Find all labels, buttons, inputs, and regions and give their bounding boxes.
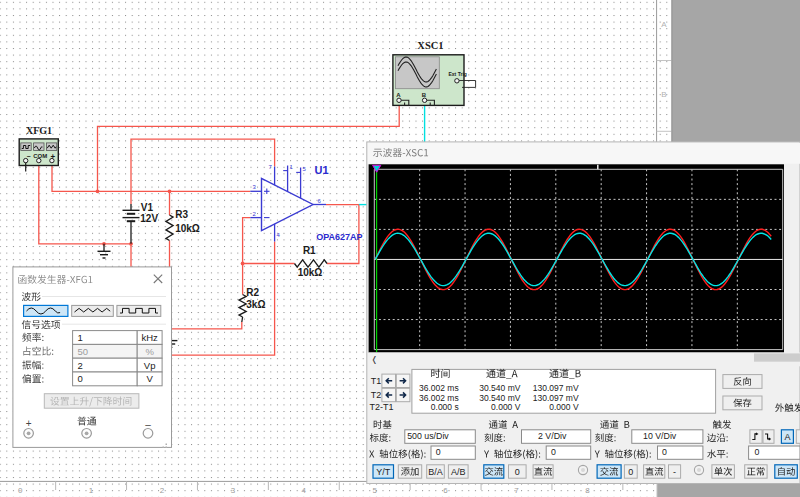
svg-text:+: + <box>26 418 32 429</box>
svg-text:36.002 ms: 36.002 ms <box>419 393 459 403</box>
svg-text:0: 0 <box>551 447 556 457</box>
svg-text:0: 0 <box>755 447 760 457</box>
svg-text:5: 5 <box>372 486 377 495</box>
svg-text:XFG1: XFG1 <box>26 125 52 136</box>
svg-text:0: 0 <box>78 373 83 384</box>
svg-text:–: – <box>27 152 31 159</box>
svg-text:10kΩ: 10kΩ <box>298 267 323 278</box>
svg-text:R1: R1 <box>303 245 316 256</box>
svg-text:kHz: kHz <box>141 332 158 343</box>
svg-text:R2: R2 <box>246 287 259 298</box>
svg-text:V1: V1 <box>141 202 154 213</box>
svg-text:❬: ❬ <box>371 355 378 364</box>
svg-text:4: 4 <box>302 486 307 495</box>
svg-text:2: 2 <box>160 486 165 495</box>
svg-text:T1: T1 <box>371 376 382 386</box>
svg-text:0: 0 <box>662 447 667 457</box>
svg-text:B: B <box>661 90 666 99</box>
svg-text:0.000 V: 0.000 V <box>549 402 579 412</box>
svg-text:A/B: A/B <box>451 467 466 477</box>
svg-text:Vp: Vp <box>144 360 156 371</box>
svg-text:2: 2 <box>78 360 83 371</box>
svg-text:0.000 V: 0.000 V <box>491 402 521 412</box>
svg-text:A: A <box>396 92 401 98</box>
svg-text:%: % <box>145 346 154 357</box>
svg-text:130.097 mV: 130.097 mV <box>533 383 579 393</box>
svg-text:V: V <box>146 373 153 384</box>
svg-text:0: 0 <box>18 486 23 495</box>
svg-text:500 us/Div: 500 us/Div <box>407 431 449 441</box>
svg-text:0: 0 <box>515 467 520 477</box>
svg-text:U1: U1 <box>315 164 329 176</box>
svg-text:6: 6 <box>443 486 448 495</box>
svg-text:3kΩ: 3kΩ <box>246 299 265 310</box>
svg-text:Y/T: Y/T <box>376 467 391 477</box>
svg-text:R3: R3 <box>175 209 188 220</box>
svg-text:OPA627AP: OPA627AP <box>316 232 362 242</box>
svg-text:T2: T2 <box>371 390 382 400</box>
svg-text:-: - <box>673 467 676 477</box>
svg-text:30.540 mV: 30.540 mV <box>479 393 520 403</box>
svg-text:A: A <box>661 20 667 29</box>
svg-text:B: B <box>422 92 427 98</box>
svg-text:B/A: B/A <box>428 467 443 477</box>
svg-text:T2-T1: T2-T1 <box>370 402 394 412</box>
svg-text:3: 3 <box>231 486 236 495</box>
svg-text:2 V/Div: 2 V/Div <box>538 431 567 441</box>
svg-text:130.097 mV: 130.097 mV <box>533 393 579 403</box>
svg-text:XSC1: XSC1 <box>417 40 443 51</box>
svg-text:7: 7 <box>514 486 519 495</box>
svg-text:50: 50 <box>78 346 89 357</box>
svg-text:Ext Trig: Ext Trig <box>449 71 467 77</box>
svg-text:12V: 12V <box>140 213 158 224</box>
svg-text:8: 8 <box>585 486 590 495</box>
svg-text:36.002 ms: 36.002 ms <box>419 383 459 393</box>
svg-text:A: A <box>784 432 790 442</box>
svg-text:0.000 s: 0.000 s <box>431 402 459 412</box>
svg-text:1: 1 <box>78 332 83 343</box>
svg-text:10kΩ: 10kΩ <box>175 223 200 234</box>
svg-text:10 V/Div: 10 V/Div <box>643 431 677 441</box>
svg-text:0: 0 <box>628 467 633 477</box>
svg-text:0: 0 <box>436 447 441 457</box>
svg-text:30.540 mV: 30.540 mV <box>479 383 520 393</box>
svg-text:1: 1 <box>89 486 94 495</box>
